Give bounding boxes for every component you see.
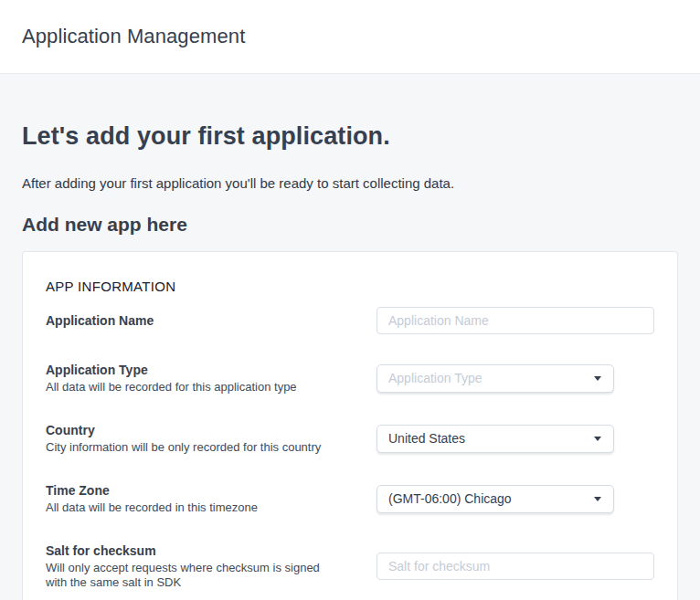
field-info-time-zone: Time Zone All data will be recorded in t… [46,482,377,515]
chevron-down-icon [594,497,601,501]
form-row-application-type: Application Type All data will be record… [46,362,654,395]
field-hint-time-zone: All data will be recorded in this timezo… [46,500,336,515]
country-select-value: United States [388,431,465,446]
field-label-time-zone: Time Zone [46,482,358,499]
field-control-time-zone: (GMT-06:00) Chicago [377,485,654,513]
field-hint-application-type: All data will be recorded for this appli… [46,380,336,395]
application-type-select-value: Application Type [388,371,482,385]
field-control-salt-for-checksum [377,553,654,580]
field-control-country: United States [377,425,654,453]
app-header: Application Management [0,0,700,74]
form-row-time-zone: Time Zone All data will be recorded in t… [46,482,654,515]
field-info-application-type: Application Type All data will be record… [46,362,377,395]
page-title: Application Management [22,25,245,48]
field-hint-salt-for-checksum: Will only accept requests where checksum… [46,561,336,590]
chevron-down-icon [594,376,601,381]
salt-for-checksum-input[interactable] [377,553,654,580]
time-zone-select-value: (GMT-06:00) Chicago [388,491,512,506]
form-row-application-name: Application Name [46,307,654,334]
application-name-input[interactable] [377,307,654,334]
field-info-salt-for-checksum: Salt for checksum Will only accept reque… [46,542,377,590]
chevron-down-icon [594,437,601,441]
add-app-section-heading: Add new app here [22,213,678,237]
field-control-application-name [377,307,654,334]
country-select[interactable]: United States [377,425,614,453]
field-label-application-type: Application Type [46,362,358,378]
main-content: Let's add your first application. After … [0,121,700,600]
field-label-country: Country [46,422,358,438]
field-info-application-name: Application Name [46,312,377,329]
app-information-card: APP INFORMATION Application Name Applica… [22,251,678,600]
form-row-country: Country City information will be only re… [46,422,654,455]
field-label-application-name: Application Name [46,312,358,329]
application-type-select[interactable]: Application Type [377,364,614,393]
field-label-salt-for-checksum: Salt for checksum [46,542,358,559]
hero-subtitle: After adding your first application you'… [22,174,678,193]
field-info-country: Country City information will be only re… [46,422,377,455]
hero-title: Let's add your first application. [22,121,678,152]
card-section-title: APP INFORMATION [46,278,654,296]
field-control-application-type: Application Type [377,364,654,393]
field-hint-country: City information will be only recorded f… [46,440,336,455]
form-row-salt-for-checksum: Salt for checksum Will only accept reque… [46,542,654,590]
time-zone-select[interactable]: (GMT-06:00) Chicago [377,485,614,513]
